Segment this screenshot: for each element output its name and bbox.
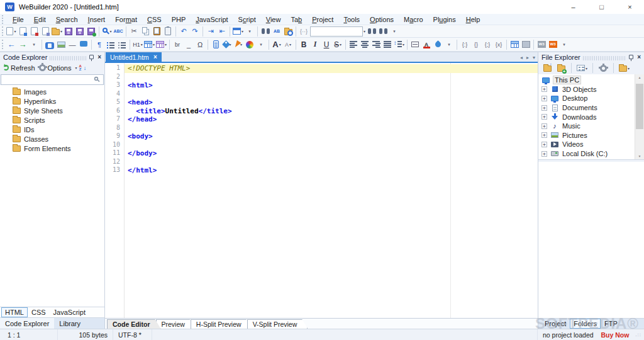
outdent-button[interactable]: ⇤: [216, 26, 228, 37]
menu-item[interactable]: Help: [461, 16, 486, 23]
refresh-icon[interactable]: [3, 65, 9, 71]
panel-tab[interactable]: Project: [541, 319, 570, 329]
language-tab[interactable]: HTML: [1, 307, 28, 317]
maximize-button[interactable]: □: [587, 0, 616, 14]
menu-item[interactable]: CSS: [142, 16, 167, 23]
document-tab[interactable]: Untitled1.htm ×: [106, 52, 162, 62]
navigate-back-button[interactable]: ←: [6, 39, 17, 50]
line-spacing-button[interactable]: ▾: [393, 39, 405, 50]
code-line[interactable]: [125, 73, 538, 82]
code-line[interactable]: [125, 158, 538, 167]
insert-tag-button[interactable]: ▾: [221, 39, 233, 50]
validate-html-button[interactable]: [547, 39, 558, 50]
menu-item[interactable]: Format: [110, 16, 142, 23]
view-tab[interactable]: Code Editor: [107, 319, 161, 329]
view-tab[interactable]: V-Split Preview: [247, 319, 308, 329]
code-line[interactable]: <title>Untitled</title>: [125, 107, 538, 116]
insert-image-button[interactable]: [55, 39, 67, 50]
validate-overflow-button[interactable]: ▾: [558, 39, 570, 50]
tab-scroll-left-icon[interactable]: ◂: [520, 55, 523, 60]
menu-item[interactable]: JavaScript: [191, 16, 233, 23]
expand-icon[interactable]: +: [541, 86, 547, 92]
new-html-document-button[interactable]: [17, 26, 28, 37]
tree-item-desktop[interactable]: + Desktop: [538, 94, 644, 103]
save-as-button[interactable]: [86, 26, 97, 37]
tree-item[interactable]: Images: [0, 87, 104, 96]
spell-check-button[interactable]: ABC: [113, 26, 124, 37]
code-line[interactable]: <!DOCTYPE HTML>: [125, 64, 538, 73]
insert-unordered-list-button[interactable]: [105, 39, 116, 50]
align-center-button[interactable]: [359, 39, 370, 50]
file-list-area[interactable]: [538, 162, 644, 318]
bold-button[interactable]: B: [298, 39, 309, 50]
menu-item[interactable]: Plugins: [428, 16, 461, 23]
explore-folder-button[interactable]: [282, 26, 294, 37]
chevron-down-icon[interactable]: ▾: [75, 65, 77, 70]
expand-icon[interactable]: +: [541, 114, 547, 120]
view-mode-button[interactable]: ▾: [576, 62, 588, 74]
view-tab[interactable]: H-Split Preview: [191, 319, 252, 329]
insert-overflow-button[interactable]: ▾: [255, 39, 267, 50]
insert-table-button[interactable]: ▾: [143, 39, 155, 50]
font-size-button[interactable]: A ▾: [282, 39, 294, 50]
save-all-button[interactable]: [74, 26, 86, 37]
tab-list-icon[interactable]: ▾: [533, 55, 535, 60]
align-justify-button[interactable]: [382, 39, 393, 50]
navigate-forward-button[interactable]: →: [17, 39, 28, 50]
minimize-button[interactable]: –: [559, 0, 587, 14]
insert-nbsp-button[interactable]: _: [183, 39, 194, 50]
refresh-button[interactable]: Refresh: [11, 64, 35, 72]
find-next-button[interactable]: [366, 26, 377, 37]
options-button[interactable]: Options: [48, 64, 72, 72]
explorer-settings-button[interactable]: [597, 62, 609, 74]
font-color-button[interactable]: [421, 39, 432, 50]
tree-item-this-pc[interactable]: This PC: [538, 76, 644, 85]
tab-close-icon[interactable]: ×: [153, 54, 157, 60]
color-picker-button[interactable]: [244, 39, 255, 50]
scroll-up-icon[interactable]: ▲: [638, 76, 641, 79]
scrollbar-thumb[interactable]: [636, 84, 643, 129]
underline-button[interactable]: U: [321, 39, 332, 50]
menu-item[interactable]: Options: [365, 16, 399, 23]
resize-grip[interactable]: .::: [635, 332, 641, 337]
menu-item[interactable]: File: [8, 16, 29, 23]
sort-az-icon[interactable]: [79, 65, 81, 71]
code-editor[interactable]: <!DOCTYPE HTML><html><head> <title>Untit…: [125, 63, 538, 318]
panel-tab[interactable]: Library: [54, 318, 86, 329]
tree-item[interactable]: IDs: [0, 125, 104, 134]
gear-icon[interactable]: [39, 64, 46, 71]
expand-icon[interactable]: +: [541, 142, 547, 147]
menu-item[interactable]: Script: [233, 16, 261, 23]
insert-special-character-button[interactable]: Ω: [194, 39, 206, 50]
tree-item-local-disk-c[interactable]: + Local Disk (C:): [538, 149, 644, 159]
tree-item-3d-objects[interactable]: + 3D Objects: [538, 85, 644, 94]
toggle-panels-button[interactable]: ▾: [232, 26, 244, 37]
tree-item[interactable]: Form Elements: [0, 144, 104, 153]
quick-find-combo[interactable]: ▾: [309, 26, 366, 37]
format-painter-button[interactable]: ▾: [233, 39, 244, 50]
code-line[interactable]: <head>: [125, 98, 538, 107]
find-previous-button[interactable]: [377, 26, 389, 37]
menu-item[interactable]: Insert: [83, 16, 111, 23]
tree-item-downloads[interactable]: + Downloads: [538, 112, 644, 122]
code-line[interactable]: </head>: [125, 115, 538, 124]
fill-color-button[interactable]: [432, 39, 443, 50]
insert-form-button[interactable]: ▾: [155, 39, 167, 50]
panel-tab[interactable]: Folders: [570, 319, 601, 329]
insert-paragraph-button[interactable]: ¶: [94, 39, 105, 50]
insert-heading-button[interactable]: H1 ▾: [132, 39, 143, 50]
pin-icon[interactable]: [629, 55, 633, 59]
close-button[interactable]: ×: [616, 0, 644, 14]
expand-icon[interactable]: +: [541, 151, 547, 157]
code-line[interactable]: </html>: [125, 166, 538, 175]
font-family-button[interactable]: A ▾: [271, 39, 282, 50]
panel-close-icon[interactable]: ×: [97, 54, 101, 60]
language-tab[interactable]: JavaScript: [50, 307, 89, 317]
expand-icon[interactable]: +: [541, 96, 547, 101]
insert-link-button[interactable]: [44, 39, 55, 50]
menu-item[interactable]: View: [261, 16, 286, 23]
navigate-overflow-button[interactable]: ▾: [28, 39, 40, 50]
find-in-files-button[interactable]: [260, 26, 271, 37]
language-tab[interactable]: CSS: [28, 307, 50, 317]
menu-item[interactable]: PHP: [167, 16, 191, 23]
